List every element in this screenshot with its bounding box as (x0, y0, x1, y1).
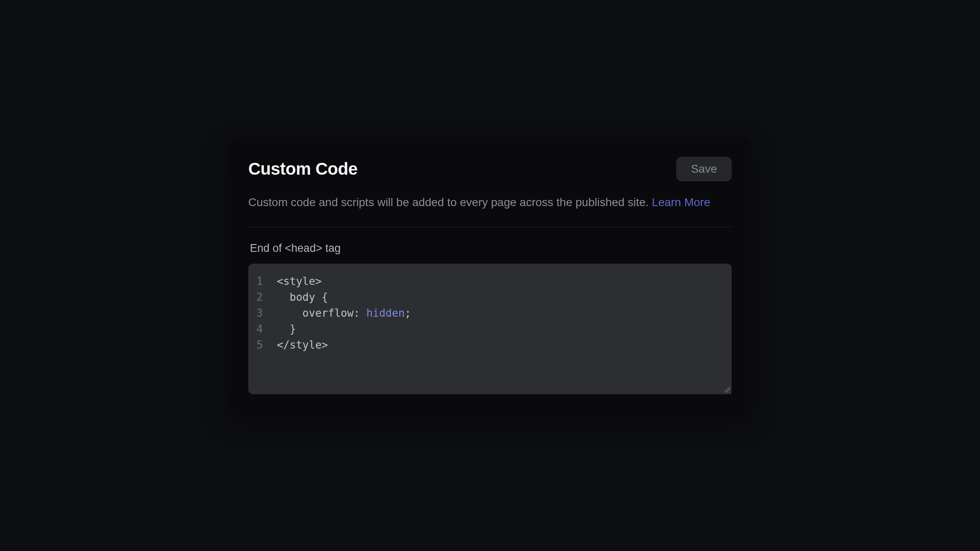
line-number: 5 (256, 337, 277, 353)
code-editor[interactable]: 1 <style> 2 body { 3 overflow: hidden; 4… (248, 264, 732, 394)
line-number: 3 (256, 305, 277, 321)
code-line: 3 overflow: hidden; (256, 305, 724, 321)
code-line: 4 } (256, 321, 724, 337)
code-suffix: ; (405, 307, 411, 319)
code-keyword: hidden (366, 307, 405, 319)
learn-more-link[interactable]: Learn More (652, 196, 710, 209)
code-line: 5 </style> (256, 337, 724, 353)
code-content: <style> (277, 273, 322, 289)
line-number: 1 (256, 273, 277, 289)
code-line: 1 <style> (256, 273, 724, 289)
card-header: Custom Code Save (248, 157, 732, 181)
custom-code-card: Custom Code Save Custom code and scripts… (229, 137, 751, 413)
line-number: 2 (256, 289, 277, 305)
card-description: Custom code and scripts will be added to… (248, 194, 732, 210)
code-content: } (277, 321, 296, 337)
save-button[interactable]: Save (676, 157, 732, 181)
line-number: 4 (256, 321, 277, 337)
code-prefix: overflow: (277, 307, 366, 319)
code-content: body { (277, 289, 328, 305)
description-text: Custom code and scripts will be added to… (248, 196, 652, 209)
card-title: Custom Code (248, 159, 358, 179)
section-label: End of <head> tag (250, 242, 732, 255)
code-content: overflow: hidden; (277, 305, 411, 321)
code-content: </style> (277, 337, 328, 353)
code-line: 2 body { (256, 289, 724, 305)
divider (248, 227, 732, 227)
